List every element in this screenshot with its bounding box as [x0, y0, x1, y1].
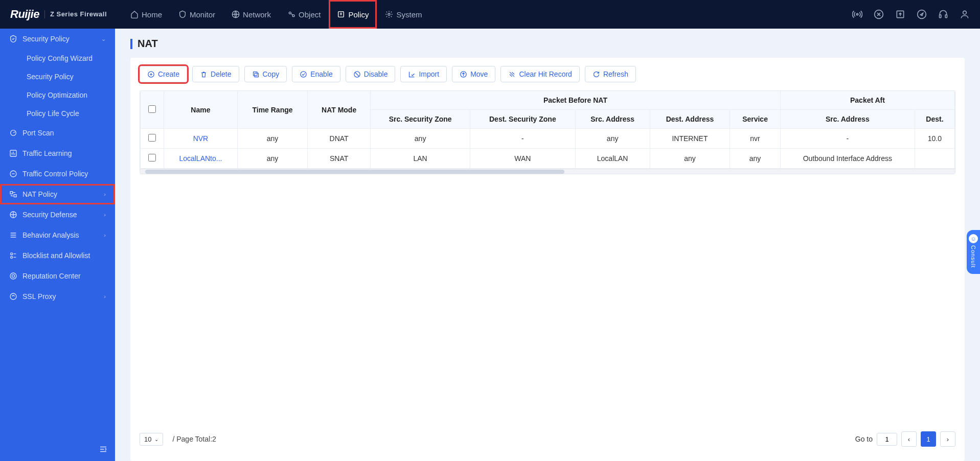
goto-label: Go to: [855, 435, 873, 443]
row-src-addr: LocalLAN: [575, 149, 650, 169]
scrollbar-thumb[interactable]: [145, 170, 564, 174]
sidebar-collapse-button[interactable]: [99, 445, 108, 454]
sidebar-item-label: Reputation Center: [22, 272, 81, 280]
ssl-icon: [9, 292, 17, 301]
row-checkbox[interactable]: [148, 134, 156, 142]
svg-rect-24: [255, 73, 259, 77]
row-checkbox[interactable]: [148, 154, 156, 162]
page-title-text: NAT: [138, 38, 158, 50]
copy-icon: [252, 71, 260, 78]
sidebar-item-security-policy[interactable]: Security Policy ⌄: [0, 29, 115, 49]
row-after-dest: 10.0: [915, 129, 954, 149]
create-button[interactable]: Create: [140, 66, 187, 82]
refresh-icon: [592, 71, 600, 78]
sidebar-item-behavior-analysis[interactable]: Behavior Analysis ›: [0, 225, 115, 245]
topnav-network[interactable]: Network: [223, 0, 279, 29]
col-nat-mode: NAT Mode: [308, 91, 371, 129]
svg-point-21: [12, 274, 14, 277]
row-time-range: any: [237, 129, 307, 149]
globe-icon: [232, 10, 240, 18]
topnav-label: System: [396, 10, 422, 19]
button-label: Copy: [263, 70, 280, 78]
gear-icon: [385, 10, 393, 18]
next-page-button[interactable]: ›: [940, 431, 955, 447]
row-name-link[interactable]: LocalLANto...: [164, 149, 238, 169]
analysis-icon: [9, 231, 17, 239]
sidebar-sub-policy-life-cycle[interactable]: Policy Life Cycle: [0, 104, 115, 123]
shield-check-icon: [9, 35, 17, 43]
row-after-dest: [915, 149, 954, 169]
nat-table-wrapper: Name Time Range NAT Mode Packet Before N…: [140, 90, 955, 174]
reputation-icon: [9, 272, 17, 280]
table-row: NVR any DNAT any - any INTERNET nvr - 10…: [141, 129, 955, 149]
import-icon: [408, 71, 416, 78]
sidebar-item-label: Behavior Analysis: [22, 231, 79, 239]
enable-button[interactable]: Enable: [292, 66, 340, 82]
svg-rect-16: [14, 195, 16, 197]
refresh-button[interactable]: Refresh: [585, 66, 636, 82]
sidebar-item-security-defense[interactable]: Security Defense ›: [0, 204, 115, 225]
page-size-select[interactable]: 10 ⌄: [140, 433, 163, 446]
sidebar-item-port-scan[interactable]: Port Scan: [0, 123, 115, 143]
row-dest-addr: INTERNET: [650, 129, 730, 149]
policy-icon: [337, 10, 345, 18]
row-name-link[interactable]: NVR: [164, 129, 238, 149]
sidebar-item-reputation[interactable]: Reputation Center: [0, 266, 115, 286]
topnav-system[interactable]: System: [377, 0, 430, 29]
svg-rect-25: [253, 72, 257, 76]
page-number-button[interactable]: 1: [921, 431, 936, 447]
svg-point-22: [10, 293, 16, 299]
sidebar-item-ssl-proxy[interactable]: SSL Proxy ›: [0, 286, 115, 307]
col-service: Service: [730, 110, 781, 129]
dashboard-icon[interactable]: [874, 9, 884, 19]
table-footer: 10 ⌄ / Page Total:2 Go to ‹ 1 ›: [140, 424, 955, 456]
sidebar-sub-policy-optimization[interactable]: Policy Optimization: [0, 86, 115, 104]
svg-point-26: [301, 71, 306, 77]
row-dest-addr: any: [650, 149, 730, 169]
defense-icon: [9, 211, 17, 219]
topnav-monitor[interactable]: Monitor: [170, 0, 223, 29]
page-size-value: 10: [144, 435, 151, 443]
col-time-range: Time Range: [237, 91, 307, 129]
sidebar-item-blocklist[interactable]: Blocklist and Allowlist: [0, 245, 115, 266]
col-group-after: Packet Aft: [780, 91, 954, 110]
topnav-policy[interactable]: Policy: [329, 0, 377, 29]
sidebar-sub-policy-wizard[interactable]: Policy Config Wizard: [0, 49, 115, 67]
select-all-checkbox[interactable]: [148, 105, 156, 113]
topnav-object[interactable]: Object: [279, 0, 329, 29]
list-icon: [9, 251, 17, 260]
disable-button[interactable]: Disable: [346, 66, 396, 82]
sidebar-item-traffic-control[interactable]: Traffic Control Policy: [0, 164, 115, 184]
delete-button[interactable]: Delete: [192, 66, 239, 82]
clear-hit-record-button[interactable]: Clear Hit Record: [500, 66, 579, 82]
button-label: Clear Hit Record: [519, 70, 572, 78]
move-button[interactable]: Move: [452, 66, 495, 82]
goto-page-input[interactable]: [877, 433, 897, 446]
sidebar-item-traffic-learning[interactable]: Traffic Learning: [0, 143, 115, 164]
broadcast-icon[interactable]: [852, 9, 862, 19]
topbar: Ruijie Z Series Firewall Home Monitor Ne…: [0, 0, 980, 29]
row-after-src: -: [780, 129, 915, 149]
topnav-home[interactable]: Home: [122, 0, 170, 29]
svg-point-1: [289, 12, 291, 14]
col-dest-addr: Dest. Address: [650, 110, 730, 129]
chevron-down-icon: ⌄: [101, 36, 106, 42]
prev-page-button[interactable]: ‹: [901, 431, 917, 447]
sidebar-item-label: NAT Policy: [22, 190, 57, 198]
headset-icon[interactable]: [938, 9, 948, 19]
import-button[interactable]: Import: [400, 66, 447, 82]
sidebar-sub-security-policy[interactable]: Security Policy: [0, 67, 115, 86]
row-src-zone: any: [371, 129, 470, 149]
compass-icon[interactable]: [917, 9, 927, 19]
table-row: LocalLANto... any SNAT LAN WAN LocalLAN …: [141, 149, 955, 169]
copy-button[interactable]: Copy: [244, 66, 287, 82]
chevron-right-icon: ›: [104, 232, 106, 238]
consult-widget[interactable]: ☺ Consult: [967, 230, 980, 274]
horizontal-scrollbar[interactable]: [140, 169, 955, 174]
upload-icon[interactable]: [895, 9, 905, 19]
top-navigation: Home Monitor Network Object Policy Syste…: [122, 0, 430, 29]
sidebar-item-nat-policy[interactable]: NAT Policy ›: [0, 184, 115, 204]
row-dest-zone: WAN: [470, 149, 575, 169]
user-icon[interactable]: [960, 9, 970, 19]
title-accent-bar: [130, 39, 132, 49]
